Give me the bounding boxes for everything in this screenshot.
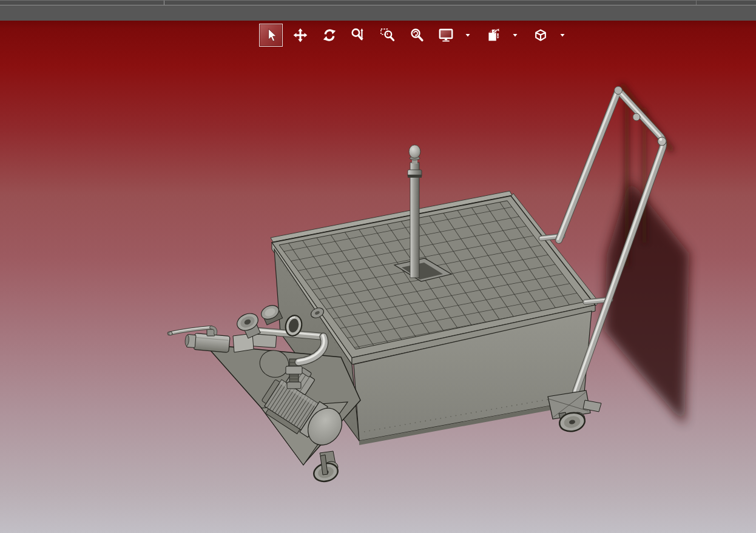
chevron-down-icon xyxy=(465,31,471,40)
rear-caster-with-brake xyxy=(548,391,601,434)
rotate-tool-button[interactable] xyxy=(317,24,341,47)
cursor-arrow-icon xyxy=(263,27,279,43)
rotate-circular-arrows-icon xyxy=(322,27,337,43)
menu-strip xyxy=(0,5,756,21)
magnifier-vertical-arrow-icon xyxy=(351,27,366,43)
magnifier-refresh-icon xyxy=(409,27,425,43)
views-dropdown[interactable] xyxy=(510,24,520,47)
cube-icon xyxy=(533,27,548,43)
zoom-area-tool-button[interactable] xyxy=(376,24,399,47)
window-top-strip xyxy=(0,0,756,5)
front-caster xyxy=(312,451,340,484)
view-toolbar xyxy=(259,24,573,47)
strip-divider xyxy=(696,1,697,5)
pan-tool-button[interactable] xyxy=(288,24,312,47)
chevron-down-icon xyxy=(559,31,565,40)
full-screen-button[interactable] xyxy=(434,24,457,47)
orientation-dropdown[interactable] xyxy=(558,24,567,47)
chevron-down-icon xyxy=(512,31,518,40)
strip-divider xyxy=(164,1,164,5)
views-button[interactable] xyxy=(481,24,505,47)
select-tool-button[interactable] xyxy=(259,24,283,47)
zoom-tool-button[interactable] xyxy=(346,24,370,47)
pan-four-way-arrows-icon xyxy=(292,27,308,43)
page-with-arrows-icon xyxy=(485,27,501,43)
zoom-fit-tool-button[interactable] xyxy=(405,24,428,47)
viewport-3d[interactable] xyxy=(0,21,756,533)
full-screen-dropdown[interactable] xyxy=(463,24,473,47)
orientation-button[interactable] xyxy=(528,24,552,47)
cad-model-tank-cart[interactable] xyxy=(0,21,756,533)
app-window xyxy=(0,0,756,533)
cast-shadow xyxy=(604,86,689,424)
monitor-icon xyxy=(438,27,454,43)
magnifier-dashed-box-icon xyxy=(380,27,396,43)
